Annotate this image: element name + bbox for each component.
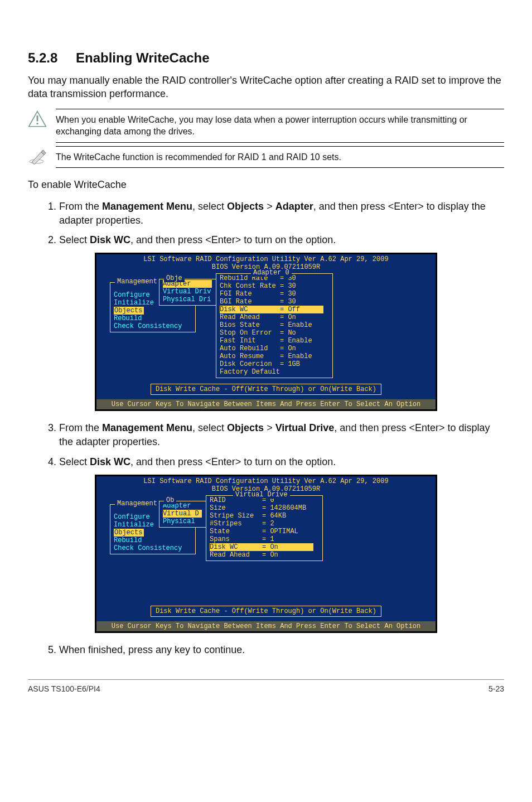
adapter0-row: Disk WC= Off (220, 306, 329, 313)
virtualdrive-panel: Virtual Drive RAID= 0Size= 1428604MBStri… (206, 495, 323, 561)
subheading: To enable WriteCache (28, 178, 504, 191)
adapter0-row: Auto Rebuild= On (220, 345, 329, 352)
caution-text-wrap: When you enable WriteCache, you may lose… (56, 109, 504, 143)
adapter0-value: = 30 (280, 298, 296, 306)
info-note: The WriteCache function is recommended f… (28, 146, 504, 168)
adapter0-value: = On (280, 313, 296, 321)
caution-icon (28, 110, 47, 129)
bios-title-line1: LSI Software RAID Configuration Utility … (96, 255, 436, 263)
adapter0-value: = Enable (280, 352, 312, 360)
section-title: Enabling WriteCache (76, 50, 210, 65)
mgmt2-item-rebuild: Rebuild (114, 537, 192, 544)
adapter0-key: Auto Resume (220, 352, 280, 360)
bios-hint-2: Disk Write Cache - Off(Write Through) or… (151, 606, 381, 617)
vd-row: State= OPTIMAL (210, 528, 319, 535)
intro-paragraph: You may manually enable the RAID control… (28, 74, 504, 101)
adapter0-value: = No (280, 329, 296, 337)
adapter0-row: Chk Const Rate= 30 (220, 282, 329, 290)
vd-key: #Stripes (210, 520, 262, 528)
step-1: From the Management Menu, select Objects… (59, 200, 504, 228)
objects-submenu-panel: Obje Adapter Virtual Driv Physical Dri (159, 279, 218, 306)
bios-footer-2: Use Cursor Keys To Navigate Between Item… (96, 621, 436, 631)
adapter0-panel: Adapter 0 Rebuild Rate= 30Chk Const Rate… (216, 273, 333, 378)
adapter0-key: Stop On Error (220, 329, 280, 337)
adapter0-row: Factory Default (220, 368, 329, 376)
svg-point-2 (36, 123, 38, 124)
bios-screenshot-adapter: LSI Software RAID Configuration Utility … (95, 253, 437, 411)
objects2-item-physical: Physical (163, 518, 204, 525)
vd-value: = 64KB (262, 512, 286, 520)
adapter0-key: Auto Rebuild (220, 345, 280, 352)
adapter0-value: = Enable (280, 321, 312, 329)
objects2-item-virtual-selected: Virtual D (163, 510, 202, 518)
bios-hint: Disk Write Cache - Off(Write Through) or… (151, 384, 381, 395)
objects-submenu-label-2: Ob (164, 496, 176, 504)
bios-footer: Use Cursor Keys To Navigate Between Item… (96, 399, 436, 409)
caution-text: When you enable WriteCache, you may lose… (56, 114, 504, 138)
mgmt2-item-check: Check Consistency (114, 544, 192, 552)
adapter0-label: Adapter 0 (251, 269, 292, 277)
adapter0-key: Read Ahead (220, 313, 280, 321)
adapter0-key: Disk Coercion (220, 360, 280, 368)
adapter0-key: Fast Init (220, 337, 280, 345)
caution-note: When you enable WriteCache, you may lose… (28, 109, 504, 143)
steps-list-a: From the Management Menu, select Objects… (28, 200, 504, 248)
adapter0-key: Chk Const Rate (220, 282, 280, 290)
objects-item-physical: Physical Dri (163, 296, 214, 303)
vd-value: = OPTIMAL (262, 528, 298, 535)
bios-body: Management Configure Initialize Objects … (96, 272, 436, 399)
steps-list-c: When finished, press any key to continue… (28, 643, 504, 657)
vd-row: Spans= 1 (210, 535, 319, 543)
vd-key: Disk WC (210, 543, 262, 551)
adapter0-row: Stop On Error= No (220, 329, 329, 337)
info-text-wrap: The WriteCache function is recommended f… (56, 146, 504, 168)
step-4: Select Disk WC, and then press <Enter> t… (59, 455, 504, 469)
bios-title2-line1: LSI Software RAID Configuration Utility … (96, 477, 436, 485)
footer-right: 5-23 (489, 684, 504, 693)
adapter0-row: Auto Resume= Enable (220, 352, 329, 360)
adapter0-row: FGI Rate= 30 (220, 290, 329, 298)
vd-row: Stripe Size= 64KB (210, 512, 319, 520)
adapter0-value: = Off (280, 306, 300, 313)
adapter0-value: = On (280, 345, 296, 352)
adapter0-key: Disk WC (220, 306, 280, 313)
adapter0-row: Bios State= Enable (220, 321, 329, 329)
mgmt-item-objects-selected: Objects (114, 307, 144, 315)
section-heading: 5.2.8Enabling WriteCache (28, 50, 504, 66)
management-menu-label-2: Management (115, 500, 159, 508)
vd-row: Read Ahead= On (210, 551, 319, 559)
step-3: From the Management Menu, select Objects… (59, 421, 504, 449)
vd-key: Read Ahead (210, 551, 262, 559)
adapter0-value: = 1GB (280, 360, 300, 368)
adapter0-key: BGI Rate (220, 298, 280, 306)
vd-row: Disk WC= On (210, 543, 319, 551)
adapter0-key: FGI Rate (220, 290, 280, 298)
adapter0-key: Factory Default (220, 368, 280, 376)
bios-body-2: Management Configure Initialize Objects … (96, 494, 436, 621)
step-2: Select Disk WC, and then press <Enter> t… (59, 233, 504, 247)
vd-value: = 1 (262, 535, 274, 543)
virtualdrive-label: Virtual Drive (233, 491, 290, 499)
adapter0-value: = Enable (280, 337, 312, 345)
adapter0-key: Bios State (220, 321, 280, 329)
page-footer-bar: ASUS TS100-E6/PI4 5-23 (28, 679, 504, 693)
info-text: The WriteCache function is recommended f… (56, 151, 504, 163)
footer-left: ASUS TS100-E6/PI4 (28, 684, 100, 693)
vd-key: Size (210, 504, 262, 512)
vd-value: = 2 (262, 520, 274, 528)
adapter0-value: = 30 (280, 282, 296, 290)
step-5: When finished, press any key to continue… (59, 643, 504, 657)
steps-list-b: From the Management Menu, select Objects… (28, 421, 504, 469)
vd-value: = On (262, 543, 278, 551)
adapter0-value: = 30 (280, 290, 296, 298)
bios-screenshot-virtualdrive: LSI Software RAID Configuration Utility … (95, 475, 437, 633)
page: 5.2.8Enabling WriteCache You may manuall… (0, 0, 532, 716)
vd-row: Size= 1428604MB (210, 504, 319, 512)
adapter0-row: BGI Rate= 30 (220, 298, 329, 306)
mgmt-item-check: Check Consistency (114, 322, 192, 330)
vd-key: Spans (210, 535, 262, 543)
adapter0-row: Fast Init= Enable (220, 337, 329, 345)
svg-rect-1 (37, 115, 38, 121)
vd-value: = On (262, 551, 278, 559)
vd-key: Stripe Size (210, 512, 262, 520)
